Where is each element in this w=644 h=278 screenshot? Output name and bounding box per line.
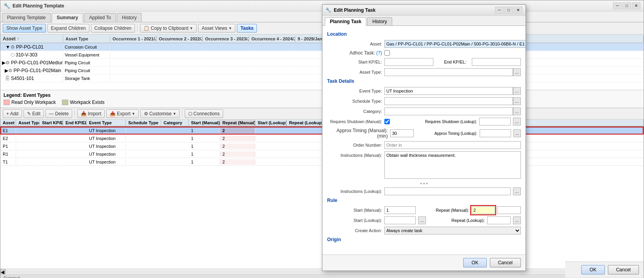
dropdown-arrow-icon: ▼ xyxy=(228,26,232,30)
minimize-button[interactable]: ─ xyxy=(613,2,622,9)
tab-summary[interactable]: Summary xyxy=(52,13,84,22)
edit-button[interactable]: ✎ Edit xyxy=(24,109,44,118)
import-button[interactable]: 📥 Import xyxy=(77,109,105,118)
start-kp-col: Start KP/EL xyxy=(40,120,63,126)
start-lookup-input[interactable] xyxy=(384,216,416,224)
close-button[interactable]: ✕ xyxy=(632,2,640,9)
category-label: Category: xyxy=(327,109,382,114)
scroll-left-btn[interactable]: ◀ xyxy=(0,269,6,274)
dialog-maximize-btn[interactable]: □ xyxy=(504,7,513,14)
tab-applied-to[interactable]: Applied To xyxy=(84,13,116,22)
start-kp-input[interactable] xyxy=(384,58,433,66)
approx-timing-manual-input[interactable] xyxy=(390,129,414,137)
event-type-col: Event Type xyxy=(87,120,126,126)
customise-icon: ⚙ xyxy=(144,111,148,116)
category-cell xyxy=(161,130,189,131)
rule-start-repeat-manual-row: Start (Manual): Repeat (Manual): xyxy=(327,206,521,214)
dialog-ok-btn[interactable]: OK xyxy=(463,258,486,267)
approx-timing-lookup-input[interactable] xyxy=(480,129,511,137)
req-shutdown-lookup-input[interactable] xyxy=(479,118,511,125)
dialog-tab-history[interactable]: History xyxy=(367,17,392,25)
instructions-lookup-input[interactable] xyxy=(384,187,511,195)
start-manual-input[interactable] xyxy=(384,206,416,214)
schedule-type-browse-btn[interactable]: … xyxy=(513,97,521,105)
customise-button[interactable]: ⚙ Customise ▼ xyxy=(140,109,180,118)
pipe-icon: ⚙ xyxy=(5,60,10,65)
main-cancel-button[interactable]: Cancel xyxy=(608,265,639,274)
tab-history[interactable]: History xyxy=(117,13,142,22)
main-window: 🔧 Edit Planning Template ─ □ ✕ Planning … xyxy=(0,0,644,278)
start-manual-col: Start (Manual) xyxy=(189,120,220,126)
create-action-select[interactable]: Always create task xyxy=(384,227,521,234)
expand-icon[interactable]: ▶ xyxy=(2,60,5,65)
asset-cell: ▶ ⚙ PP-PG-CL01-P01Medium xyxy=(0,60,63,66)
sort-asc-icon: ↑ xyxy=(17,36,19,41)
asset-type-cell: Vessel Equipment xyxy=(63,52,110,58)
add-button[interactable]: + Add xyxy=(3,109,22,118)
expand-icon[interactable]: ▶ xyxy=(5,68,8,73)
adhoc-help-icon[interactable]: (?) xyxy=(376,50,382,56)
order-number-row: Order Number: xyxy=(327,141,521,149)
show-asset-type-button[interactable]: Show Asset Type xyxy=(3,24,46,33)
asset-type-browse-btn[interactable]: … xyxy=(513,68,521,76)
approx-timing-lookup-label: Approx Timing (Lookup): xyxy=(418,131,477,136)
export-button[interactable]: 📤 Export ▼ xyxy=(106,109,139,118)
end-kp-label: End KP/EL: xyxy=(439,60,466,64)
collapse-children-button[interactable]: Collapse Children xyxy=(91,24,135,33)
asset-type-input[interactable] xyxy=(384,68,513,76)
order-number-input[interactable] xyxy=(384,141,521,149)
asset-cell: ⬡ 310-V-303 xyxy=(0,52,63,58)
schedule-type-input[interactable] xyxy=(384,97,513,105)
expand-icon[interactable]: ▼ xyxy=(5,44,11,50)
origin-section-title: Origin xyxy=(327,237,521,242)
category-browse-btn[interactable]: … xyxy=(513,107,521,115)
expand-children-button[interactable]: Expand Children xyxy=(47,24,89,33)
tasks-button[interactable]: Tasks xyxy=(237,24,257,33)
start-lookup-col: Start (Lookup) xyxy=(255,120,287,126)
approx-timing-row: Approx Timing (Manual): (min) Approx Tim… xyxy=(327,128,521,139)
start-manual-cell: 1 xyxy=(189,128,220,133)
dialog-icon: 🔧 xyxy=(326,7,331,13)
dialog-cancel-btn[interactable]: Cancel xyxy=(490,258,521,267)
main-ok-button[interactable]: OK xyxy=(581,265,604,274)
main-footer: OK Cancel xyxy=(565,262,644,278)
event-type-row: Event Type: … xyxy=(327,87,521,95)
category-col: Category xyxy=(161,120,189,126)
dialog-tabs: Planning Task History xyxy=(322,16,526,26)
maximize-button[interactable]: □ xyxy=(622,2,631,9)
asset-form-row: Asset: Gas / PP-PG-CL01 / PP-PG-CL01-P02… xyxy=(327,40,521,48)
workpack-color-box xyxy=(62,100,68,105)
tank-icon: 🗄 xyxy=(5,76,10,81)
instructions-manual-textarea[interactable]: Obtain wall thickness measurement. xyxy=(384,151,521,179)
tab-planning-template[interactable]: Planning Template xyxy=(2,13,51,22)
dialog-minimize-btn[interactable]: ─ xyxy=(495,7,504,14)
dialog-close-btn[interactable]: ✕ xyxy=(514,7,522,14)
repeat-lookup-input[interactable] xyxy=(487,216,511,224)
asset-views-button[interactable]: Asset Views ▼ xyxy=(198,24,235,33)
event-type-input[interactable] xyxy=(384,87,513,95)
repeat-manual-extra-input[interactable] xyxy=(497,206,521,214)
repeat-manual-col: Repeat (Manual) xyxy=(220,120,255,126)
req-shutdown-manual-checkbox[interactable] xyxy=(384,119,390,124)
approx-timing-manual-label: Approx Timing (Manual): (min) xyxy=(327,128,388,139)
dialog-tab-planning-task[interactable]: Planning Task xyxy=(325,17,366,26)
instructions-lookup-browse[interactable]: … xyxy=(513,187,521,195)
connections-button[interactable]: ⬡ Connections xyxy=(185,109,223,118)
asset-cell: ▼ ⚙ PP-PG-CL01 xyxy=(0,44,63,50)
repeat-manual-input[interactable] xyxy=(471,206,495,214)
end-kp-cell xyxy=(63,130,87,131)
copy-to-clipboard-button[interactable]: 📋 Copy to Clipboard ▼ xyxy=(140,24,196,33)
event-type-browse-btn[interactable]: … xyxy=(513,87,521,95)
adhoc-checkbox[interactable] xyxy=(384,50,390,56)
repeat-lookup-browse[interactable]: … xyxy=(513,216,521,224)
main-window-title: Edit Planning Template xyxy=(13,3,64,9)
approx-timing-lookup-browse[interactable]: … xyxy=(513,129,521,137)
req-shutdown-manual-label: Requires Shutdown (Manual): xyxy=(327,120,382,124)
dropdown-arrow: ▼ xyxy=(132,112,135,116)
start-lookup-browse[interactable]: … xyxy=(418,216,426,224)
category-input[interactable] xyxy=(384,107,513,115)
create-action-row: Create Action: Always create task xyxy=(327,227,521,234)
end-kp-input[interactable] xyxy=(472,58,521,66)
delete-button[interactable]: — Delete xyxy=(45,109,72,118)
req-shutdown-lookup-browse[interactable]: … xyxy=(513,118,521,125)
